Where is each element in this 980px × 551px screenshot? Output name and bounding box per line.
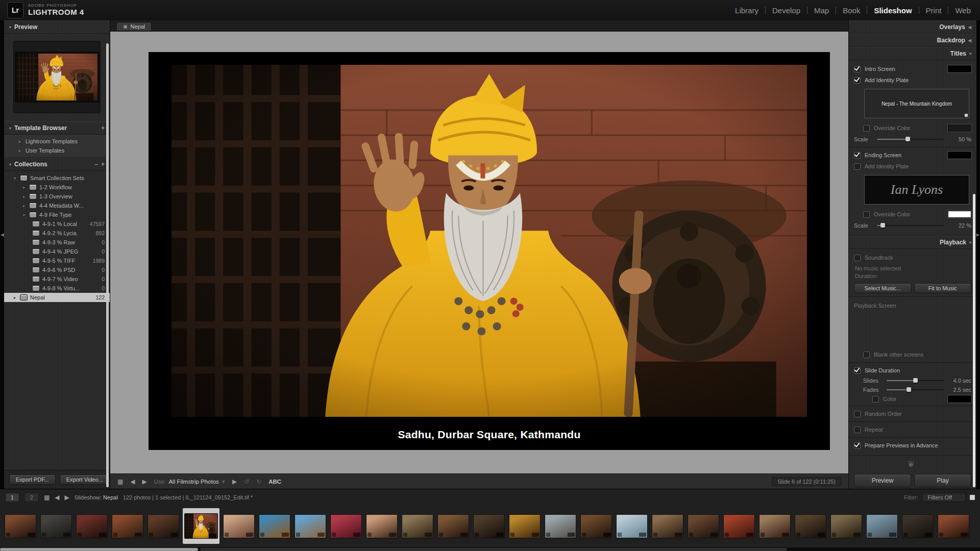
grid-icon[interactable]: ▦: [44, 494, 50, 501]
filmstrip-context[interactable]: Slideshow: Nepal: [75, 494, 118, 500]
collections-header[interactable]: ▾ Collections – +: [4, 158, 110, 171]
disclosure-closed-icon[interactable]: ▸: [21, 194, 27, 199]
filmstrip-thumb[interactable]: [580, 508, 612, 544]
smart-collection-item[interactable]: 4-9-5 % TIFF1989: [4, 256, 110, 265]
disclosure-closed-icon[interactable]: ▸: [21, 204, 27, 208]
abc-text-tool[interactable]: ABC: [268, 479, 281, 485]
filmstrip-thumb[interactable]: [437, 508, 470, 544]
disclosure-closed-icon[interactable]: ▸: [21, 185, 27, 190]
collection-set[interactable]: ▾4-9 File Type: [4, 210, 110, 219]
go-forward-icon[interactable]: ▶: [65, 494, 69, 501]
filmstrip-scrollbar[interactable]: [0, 547, 980, 551]
ending-override-checkbox[interactable]: [863, 211, 870, 218]
second-window-button[interactable]: 2: [24, 493, 39, 502]
disclosure-closed-icon[interactable]: ▸: [17, 139, 22, 144]
intro-identity-checkbox[interactable]: [854, 77, 861, 84]
ending-identity-checkbox[interactable]: [854, 163, 861, 170]
fades-slider[interactable]: [887, 389, 944, 390]
filmstrip-thumb[interactable]: [758, 508, 791, 544]
filmstrip-thumb[interactable]: [687, 508, 720, 544]
collection-set-root[interactable]: ▾ Smart Collection Sets: [4, 173, 110, 183]
remove-collection-icon[interactable]: –: [94, 161, 98, 168]
left-panel-scrollbar[interactable]: [106, 43, 109, 487]
filter-dropdown[interactable]: Filters Off: [922, 493, 966, 502]
ending-screen-checkbox[interactable]: [854, 152, 861, 159]
filmstrip-thumb[interactable]: [4, 508, 37, 544]
add-template-icon[interactable]: +: [101, 124, 105, 132]
filmstrip-thumb[interactable]: [401, 508, 434, 544]
template-item[interactable]: ▸Lightroom Templates: [4, 137, 110, 146]
template-browser-header[interactable]: ▾ Template Browser +: [4, 121, 110, 135]
module-develop[interactable]: Develop: [772, 6, 800, 15]
filmstrip-thumb[interactable]: [794, 508, 827, 544]
soundtrack-checkbox[interactable]: [854, 255, 861, 261]
repeat-checkbox[interactable]: [854, 427, 861, 433]
collection-nepal-selected[interactable]: ▸ Nepal 122: [4, 293, 110, 302]
playback-panel-header[interactable]: Playback ▾: [849, 236, 976, 249]
intro-scale-slider[interactable]: [877, 139, 944, 140]
use-photos-dropdown[interactable]: Use: All Filmstrip Photos ▾: [154, 478, 225, 485]
filmstrip-thumb[interactable]: [616, 508, 648, 544]
main-window-button[interactable]: 1: [5, 493, 19, 502]
filmstrip-thumb[interactable]: [365, 508, 398, 544]
filmstrip-thumb[interactable]: [544, 508, 577, 544]
disclosure-closed-icon[interactable]: ▸: [17, 148, 22, 153]
module-web[interactable]: Web: [955, 6, 971, 15]
fade-color-checkbox[interactable]: [872, 396, 879, 403]
collection-set[interactable]: ▸4-4 Metadata W...: [4, 201, 110, 210]
filmstrip-scroll-thumb[interactable]: [0, 548, 198, 551]
ending-override-swatch[interactable]: [948, 211, 971, 218]
collection-set[interactable]: ▸1-3 Overview: [4, 192, 110, 201]
collapse-left-panel-icon[interactable]: ◀: [1, 232, 4, 237]
backdrop-panel-header[interactable]: Backdrop ◀: [849, 34, 976, 47]
intro-screen-color-swatch[interactable]: [948, 65, 971, 72]
intro-override-swatch[interactable]: [948, 124, 971, 132]
filmstrip-thumb[interactable]: [473, 508, 505, 544]
smart-collection-item[interactable]: 4-9-1 % Local47597: [4, 219, 110, 229]
play-slideshow-icon[interactable]: ▶: [232, 478, 237, 485]
filmstrip-thumb[interactable]: [294, 508, 327, 544]
filter-lock-icon[interactable]: [970, 495, 975, 500]
filmstrip-thumb[interactable]: [723, 508, 755, 544]
play-button[interactable]: Play: [914, 474, 971, 487]
slide-duration-checkbox[interactable]: [854, 367, 861, 374]
filmstrip-thumb[interactable]: [223, 508, 255, 544]
module-map[interactable]: Map: [814, 6, 829, 15]
smart-collection-item[interactable]: 4-9-2 % Lycia892: [4, 229, 110, 238]
slide-canvas[interactable]: Sadhu, Durbar Square, Kathmandu: [149, 52, 830, 450]
collapse-right-panel-icon[interactable]: ▶: [976, 232, 979, 237]
overlays-panel-header[interactable]: Overlays ◀: [849, 20, 976, 34]
filmstrip-thumb[interactable]: [40, 508, 72, 544]
filmstrip-thumb[interactable]: [258, 508, 291, 544]
smart-collection-item[interactable]: 4-9-4 % JPEG0: [4, 247, 110, 256]
template-item[interactable]: ▸User Templates: [4, 146, 110, 155]
filmstrip-thumb[interactable]: [330, 508, 362, 544]
filmstrip-thumb[interactable]: [76, 508, 108, 544]
select-music-button[interactable]: Select Music...: [854, 283, 912, 293]
tab-nepal[interactable]: ▣ Nepal: [116, 22, 152, 31]
blank-other-screens-checkbox[interactable]: [863, 352, 870, 358]
ending-identity-plate[interactable]: Ian Lyons: [864, 175, 969, 205]
plate-resize-handle[interactable]: [965, 114, 968, 117]
rotate-left-icon[interactable]: ↺: [244, 478, 249, 485]
module-print[interactable]: Print: [926, 6, 942, 15]
export-pdf-button[interactable]: Export PDF...: [9, 474, 56, 485]
module-slideshow[interactable]: Slideshow: [874, 6, 912, 15]
intro-override-checkbox[interactable]: [863, 125, 870, 132]
grid-view-icon[interactable]: ▦: [117, 478, 123, 485]
rotate-right-icon[interactable]: ↻: [256, 478, 261, 485]
filmstrip-thumb[interactable]: [651, 508, 684, 544]
titles-panel-header[interactable]: Titles ▾: [849, 47, 976, 60]
filmstrip-thumb[interactable]: [866, 508, 898, 544]
fit-to-music-button[interactable]: Fit to Music: [914, 283, 972, 293]
go-back-icon[interactable]: ◀: [55, 494, 59, 501]
filmstrip-thumb[interactable]: [937, 508, 970, 544]
add-collection-icon[interactable]: +: [101, 161, 105, 168]
smart-collection-item[interactable]: 4-9-3 % Raw0: [4, 238, 110, 247]
module-library[interactable]: Library: [735, 6, 758, 15]
disclosure-open-icon[interactable]: ▾: [12, 176, 17, 181]
intro-identity-plate[interactable]: Nepal - The Mountain Kingdom: [864, 89, 969, 118]
disclosure-open-icon[interactable]: ▾: [21, 213, 27, 217]
filmstrip-thumb[interactable]: [901, 508, 934, 544]
prepare-previews-checkbox[interactable]: [854, 442, 861, 449]
